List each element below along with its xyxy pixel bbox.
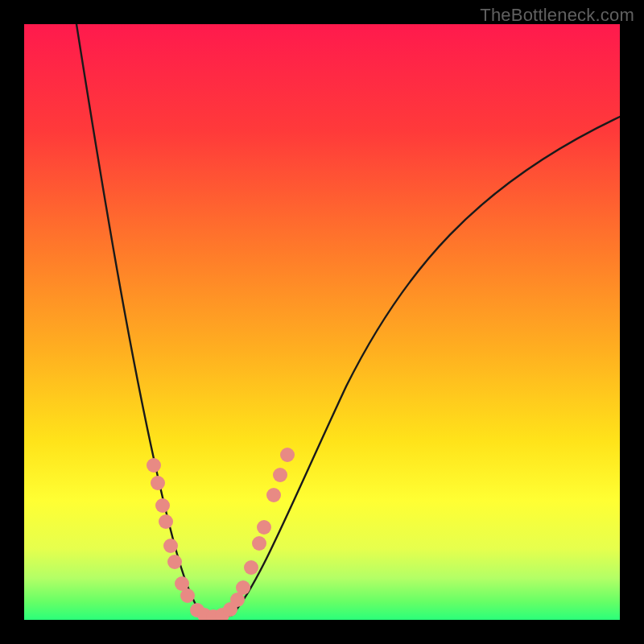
data-marker xyxy=(280,448,295,462)
data-marker xyxy=(257,520,271,535)
data-marker xyxy=(163,539,178,553)
data-marker xyxy=(244,560,258,575)
data-marker xyxy=(266,488,281,502)
data-marker xyxy=(273,468,287,482)
data-marker xyxy=(159,514,173,529)
gradient-background xyxy=(24,24,620,620)
data-marker xyxy=(252,536,266,551)
watermark-text: TheBottleneck.com xyxy=(480,5,634,26)
data-marker xyxy=(155,498,170,513)
data-marker xyxy=(147,458,161,473)
data-marker xyxy=(167,555,182,569)
chart-svg xyxy=(24,24,620,620)
data-marker xyxy=(236,580,250,595)
data-marker xyxy=(180,588,195,603)
data-marker xyxy=(151,476,165,490)
chart-plot-area xyxy=(24,24,620,620)
